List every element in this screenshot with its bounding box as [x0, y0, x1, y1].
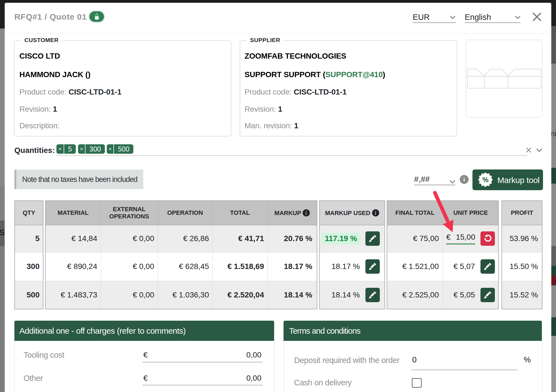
svg-text:%: % [482, 176, 489, 184]
